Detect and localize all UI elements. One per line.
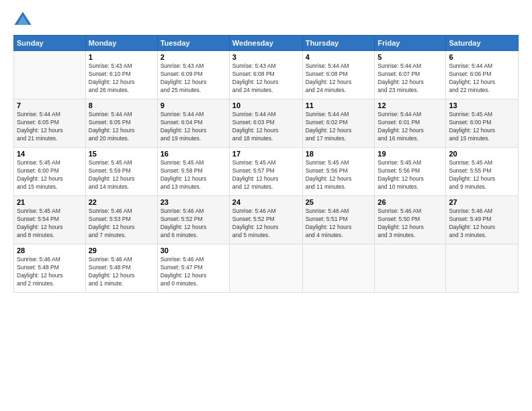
day-info: Sunrise: 5:46 AMSunset: 5:49 PMDaylight:… — [449, 208, 515, 240]
calendar-cell: 24Sunrise: 5:46 AMSunset: 5:52 PMDayligh… — [229, 196, 302, 244]
calendar-cell: 29Sunrise: 5:46 AMSunset: 5:48 PMDayligh… — [85, 244, 157, 293]
calendar-cell: 13Sunrise: 5:45 AMSunset: 6:00 PMDayligh… — [446, 99, 519, 148]
day-info: Sunrise: 5:45 AMSunset: 5:55 PMDaylight:… — [449, 159, 515, 191]
calendar-week-row: 14Sunrise: 5:45 AMSunset: 6:00 PMDayligh… — [14, 148, 519, 196]
day-info: Sunrise: 5:46 AMSunset: 5:52 PMDaylight:… — [161, 208, 226, 240]
day-number: 9 — [161, 101, 226, 109]
day-number: 19 — [378, 150, 443, 158]
day-info: Sunrise: 5:46 AMSunset: 5:52 PMDaylight:… — [232, 208, 300, 240]
logo — [13, 11, 35, 30]
day-info: Sunrise: 5:45 AMSunset: 6:00 PMDaylight:… — [17, 159, 83, 191]
weekday-header-sunday: Sunday — [14, 36, 86, 51]
calendar-cell: 12Sunrise: 5:44 AMSunset: 6:01 PMDayligh… — [375, 99, 446, 148]
calendar-cell: 8Sunrise: 5:44 AMSunset: 6:05 PMDaylight… — [85, 99, 157, 148]
day-info: Sunrise: 5:44 AMSunset: 6:06 PMDaylight:… — [449, 62, 515, 95]
calendar-cell: 4Sunrise: 5:44 AMSunset: 6:08 PMDaylight… — [302, 51, 375, 99]
page: SundayMondayTuesdayWednesdayThursdayFrid… — [0, 0, 532, 411]
day-number: 10 — [232, 101, 300, 109]
weekday-header-monday: Monday — [85, 36, 157, 51]
calendar-cell: 23Sunrise: 5:46 AMSunset: 5:52 PMDayligh… — [157, 196, 229, 244]
calendar-cell: 9Sunrise: 5:44 AMSunset: 6:04 PMDaylight… — [157, 99, 229, 148]
day-info: Sunrise: 5:45 AMSunset: 6:00 PMDaylight:… — [449, 111, 515, 143]
day-info: Sunrise: 5:44 AMSunset: 6:01 PMDaylight:… — [378, 111, 443, 143]
day-info: Sunrise: 5:44 AMSunset: 6:04 PMDaylight:… — [161, 111, 226, 143]
day-number: 7 — [17, 101, 83, 109]
day-number: 3 — [232, 53, 300, 61]
day-info: Sunrise: 5:46 AMSunset: 5:51 PMDaylight:… — [306, 208, 372, 240]
day-number: 28 — [17, 246, 83, 255]
day-info: Sunrise: 5:46 AMSunset: 5:47 PMDaylight:… — [161, 256, 226, 288]
calendar-cell: 3Sunrise: 5:43 AMSunset: 6:08 PMDaylight… — [229, 51, 302, 99]
calendar-cell: 11Sunrise: 5:44 AMSunset: 6:02 PMDayligh… — [302, 99, 375, 148]
day-number: 25 — [306, 198, 372, 206]
calendar-cell — [229, 244, 302, 293]
calendar-cell: 21Sunrise: 5:45 AMSunset: 5:54 PMDayligh… — [14, 196, 86, 244]
day-number: 1 — [89, 53, 154, 61]
weekday-header-tuesday: Tuesday — [157, 36, 229, 51]
day-number: 2 — [161, 53, 226, 61]
calendar-cell: 17Sunrise: 5:45 AMSunset: 5:57 PMDayligh… — [229, 148, 302, 196]
day-info: Sunrise: 5:45 AMSunset: 5:57 PMDaylight:… — [232, 159, 300, 191]
day-number: 18 — [306, 150, 372, 158]
calendar-cell — [375, 244, 446, 293]
day-info: Sunrise: 5:45 AMSunset: 5:56 PMDaylight:… — [306, 159, 372, 191]
day-info: Sunrise: 5:44 AMSunset: 6:05 PMDaylight:… — [89, 111, 154, 143]
day-number: 27 — [449, 198, 515, 206]
calendar-cell: 2Sunrise: 5:43 AMSunset: 6:09 PMDaylight… — [157, 51, 229, 99]
day-info: Sunrise: 5:45 AMSunset: 5:56 PMDaylight:… — [378, 159, 443, 191]
calendar-cell: 20Sunrise: 5:45 AMSunset: 5:55 PMDayligh… — [446, 148, 519, 196]
weekday-header-wednesday: Wednesday — [229, 36, 302, 51]
day-number: 17 — [232, 150, 300, 158]
day-number: 24 — [232, 198, 300, 206]
day-info: Sunrise: 5:44 AMSunset: 6:08 PMDaylight:… — [306, 62, 372, 95]
calendar-week-row: 1Sunrise: 5:43 AMSunset: 6:10 PMDaylight… — [14, 51, 519, 99]
day-number: 14 — [17, 150, 83, 158]
day-number: 6 — [449, 53, 515, 61]
calendar-cell: 1Sunrise: 5:43 AMSunset: 6:10 PMDaylight… — [85, 51, 157, 99]
day-info: Sunrise: 5:43 AMSunset: 6:10 PMDaylight:… — [89, 62, 154, 95]
day-number: 22 — [89, 198, 154, 206]
weekday-header-saturday: Saturday — [446, 36, 519, 51]
header — [13, 11, 519, 30]
day-number: 29 — [89, 246, 154, 255]
calendar-cell: 18Sunrise: 5:45 AMSunset: 5:56 PMDayligh… — [302, 148, 375, 196]
day-info: Sunrise: 5:44 AMSunset: 6:07 PMDaylight:… — [378, 62, 443, 95]
weekday-header-thursday: Thursday — [302, 36, 375, 51]
day-number: 21 — [17, 198, 83, 206]
calendar-cell: 30Sunrise: 5:46 AMSunset: 5:47 PMDayligh… — [157, 244, 229, 293]
day-number: 12 — [378, 101, 443, 109]
logo-icon — [13, 11, 32, 30]
weekday-header-friday: Friday — [375, 36, 446, 51]
calendar-cell: 15Sunrise: 5:45 AMSunset: 5:59 PMDayligh… — [85, 148, 157, 196]
day-number: 11 — [306, 101, 372, 109]
calendar-cell: 22Sunrise: 5:46 AMSunset: 5:53 PMDayligh… — [85, 196, 157, 244]
calendar-table: SundayMondayTuesdayWednesdayThursdayFrid… — [13, 35, 519, 293]
day-info: Sunrise: 5:46 AMSunset: 5:50 PMDaylight:… — [378, 208, 443, 240]
day-number: 20 — [449, 150, 515, 158]
calendar-cell: 7Sunrise: 5:44 AMSunset: 6:05 PMDaylight… — [14, 99, 86, 148]
calendar-week-row: 7Sunrise: 5:44 AMSunset: 6:05 PMDaylight… — [14, 99, 519, 148]
calendar-week-row: 21Sunrise: 5:45 AMSunset: 5:54 PMDayligh… — [14, 196, 519, 244]
day-info: Sunrise: 5:44 AMSunset: 6:02 PMDaylight:… — [306, 111, 372, 143]
day-info: Sunrise: 5:45 AMSunset: 5:54 PMDaylight:… — [17, 208, 83, 240]
calendar-cell: 28Sunrise: 5:46 AMSunset: 5:48 PMDayligh… — [14, 244, 86, 293]
calendar-cell: 25Sunrise: 5:46 AMSunset: 5:51 PMDayligh… — [302, 196, 375, 244]
calendar-cell: 26Sunrise: 5:46 AMSunset: 5:50 PMDayligh… — [375, 196, 446, 244]
day-info: Sunrise: 5:44 AMSunset: 6:05 PMDaylight:… — [17, 111, 83, 143]
day-info: Sunrise: 5:43 AMSunset: 6:08 PMDaylight:… — [232, 62, 300, 95]
calendar-cell: 10Sunrise: 5:44 AMSunset: 6:03 PMDayligh… — [229, 99, 302, 148]
day-number: 26 — [378, 198, 443, 206]
day-info: Sunrise: 5:44 AMSunset: 6:03 PMDaylight:… — [232, 111, 300, 143]
day-info: Sunrise: 5:43 AMSunset: 6:09 PMDaylight:… — [161, 62, 226, 95]
day-info: Sunrise: 5:46 AMSunset: 5:48 PMDaylight:… — [17, 256, 83, 288]
weekday-header-row: SundayMondayTuesdayWednesdayThursdayFrid… — [14, 36, 519, 51]
day-number: 4 — [306, 53, 372, 61]
day-info: Sunrise: 5:46 AMSunset: 5:53 PMDaylight:… — [89, 208, 154, 240]
day-number: 16 — [161, 150, 226, 158]
day-info: Sunrise: 5:45 AMSunset: 5:58 PMDaylight:… — [161, 159, 226, 191]
day-info: Sunrise: 5:46 AMSunset: 5:48 PMDaylight:… — [89, 256, 154, 288]
calendar-cell — [446, 244, 519, 293]
day-number: 13 — [449, 101, 515, 109]
day-info: Sunrise: 5:45 AMSunset: 5:59 PMDaylight:… — [89, 159, 154, 191]
calendar-cell: 6Sunrise: 5:44 AMSunset: 6:06 PMDaylight… — [446, 51, 519, 99]
